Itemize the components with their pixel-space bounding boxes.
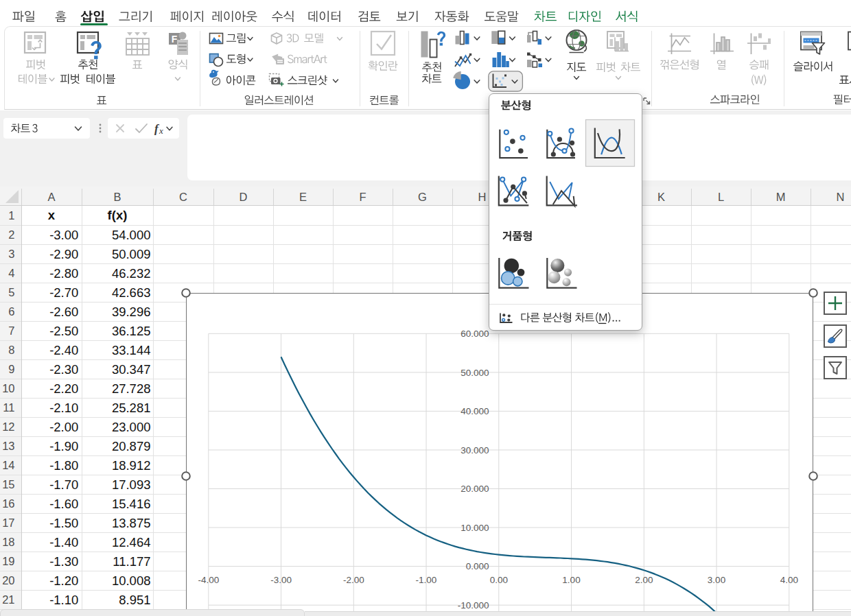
- svg-text:C: C: [179, 191, 187, 203]
- svg-text:-2.00: -2.00: [343, 575, 364, 585]
- svg-text:N: N: [837, 191, 845, 203]
- svg-text:3.00: 3.00: [708, 575, 725, 585]
- svg-text:f(x): f(x): [108, 208, 128, 222]
- svg-text:-10.000: -10.000: [458, 600, 489, 611]
- svg-text:6: 6: [8, 305, 14, 318]
- svg-text:0.00: 0.00: [490, 575, 508, 585]
- svg-text:A: A: [47, 191, 55, 203]
- svg-text:-2.20: -2.20: [49, 381, 78, 396]
- svg-text:-2.30: -2.30: [49, 362, 78, 377]
- svg-text:40.000: 40.000: [461, 406, 489, 416]
- svg-text:G: G: [418, 191, 427, 203]
- svg-text:10.008: 10.008: [112, 573, 151, 588]
- svg-text:-1.00: -1.00: [416, 575, 437, 585]
- svg-text:-2.80: -2.80: [49, 266, 78, 281]
- svg-text:27.728: 27.728: [112, 381, 151, 396]
- svg-text:-3.00: -3.00: [270, 575, 292, 585]
- svg-text:x: x: [159, 126, 163, 136]
- svg-text:30.000: 30.000: [461, 445, 489, 455]
- svg-text:-2.90: -2.90: [49, 247, 78, 261]
- svg-text:30.347: 30.347: [112, 362, 151, 377]
- svg-text:33.144: 33.144: [112, 343, 151, 357]
- svg-text:18.912: 18.912: [112, 458, 151, 473]
- svg-text:-2.40: -2.40: [49, 343, 78, 357]
- svg-text:-2.70: -2.70: [49, 285, 78, 300]
- svg-text:14: 14: [2, 459, 14, 471]
- svg-text:-2.10: -2.10: [49, 401, 78, 415]
- svg-text:20.000: 20.000: [461, 484, 489, 494]
- svg-text:46.232: 46.232: [112, 266, 151, 281]
- svg-text:10: 10: [2, 382, 14, 394]
- svg-text:8.951: 8.951: [119, 593, 150, 607]
- svg-text:H: H: [478, 191, 487, 203]
- svg-text:-2.00: -2.00: [49, 420, 78, 434]
- svg-text:-1.60: -1.60: [49, 497, 78, 511]
- svg-text:9: 9: [8, 363, 14, 375]
- svg-text:-1.50: -1.50: [49, 516, 78, 530]
- svg-text:-2.50: -2.50: [49, 324, 78, 338]
- svg-text:-1.90: -1.90: [49, 439, 78, 453]
- svg-text:39.296: 39.296: [112, 305, 151, 319]
- svg-text:18: 18: [2, 536, 14, 548]
- svg-text:2: 2: [8, 228, 14, 241]
- svg-text:12.464: 12.464: [112, 535, 151, 549]
- svg-text:-1.80: -1.80: [49, 458, 78, 473]
- svg-text:11.177: 11.177: [113, 554, 150, 569]
- svg-text:3: 3: [8, 248, 14, 260]
- svg-text:-3.00: -3.00: [49, 228, 78, 242]
- svg-text:13: 13: [2, 440, 14, 452]
- svg-text:-4.00: -4.00: [198, 575, 219, 585]
- svg-text:17.093: 17.093: [112, 477, 151, 492]
- svg-text:21: 21: [2, 593, 14, 606]
- svg-text:2.00: 2.00: [635, 575, 653, 585]
- svg-text:-1.10: -1.10: [49, 593, 78, 607]
- svg-text:50.000: 50.000: [461, 368, 489, 378]
- svg-text:54.000: 54.000: [112, 228, 151, 242]
- svg-text:B: B: [113, 191, 121, 203]
- svg-text:F: F: [359, 191, 366, 203]
- svg-text:7: 7: [8, 324, 14, 337]
- svg-text:10.000: 10.000: [461, 523, 489, 533]
- svg-text:5: 5: [8, 286, 14, 298]
- svg-text:20: 20: [2, 574, 14, 587]
- svg-text:23.000: 23.000: [112, 420, 151, 434]
- svg-text:1: 1: [8, 209, 14, 222]
- svg-text:8: 8: [8, 344, 14, 356]
- svg-text:36.125: 36.125: [112, 324, 151, 338]
- svg-text:-1.20: -1.20: [49, 573, 78, 588]
- svg-text:11: 11: [3, 401, 14, 414]
- svg-text:L: L: [718, 191, 724, 203]
- svg-text:-1.40: -1.40: [49, 535, 78, 549]
- svg-text:17: 17: [2, 517, 14, 529]
- svg-text:x: x: [48, 208, 56, 222]
- svg-text:20.879: 20.879: [112, 439, 151, 453]
- svg-text:25.281: 25.281: [112, 401, 151, 415]
- svg-text:0.000: 0.000: [466, 561, 489, 571]
- svg-text:-1.70: -1.70: [49, 477, 78, 492]
- svg-text:15: 15: [2, 478, 14, 490]
- svg-text:13.875: 13.875: [112, 516, 151, 530]
- svg-text:12: 12: [2, 420, 14, 433]
- svg-text:16: 16: [2, 497, 14, 510]
- svg-text:-1.30: -1.30: [49, 554, 78, 569]
- svg-text:15.416: 15.416: [112, 497, 151, 511]
- svg-text:42.663: 42.663: [112, 285, 151, 300]
- svg-text:M: M: [776, 191, 786, 203]
- svg-text:50.009: 50.009: [112, 247, 151, 261]
- svg-text:19: 19: [2, 555, 14, 567]
- svg-text:4.00: 4.00: [780, 575, 798, 585]
- svg-text:4: 4: [8, 267, 14, 279]
- svg-text:60.000: 60.000: [461, 329, 489, 339]
- svg-text:D: D: [240, 191, 248, 203]
- svg-text:E: E: [299, 191, 307, 203]
- svg-text:-2.60: -2.60: [49, 305, 78, 319]
- svg-text:1.00: 1.00: [562, 575, 580, 585]
- svg-text:K: K: [657, 191, 665, 203]
